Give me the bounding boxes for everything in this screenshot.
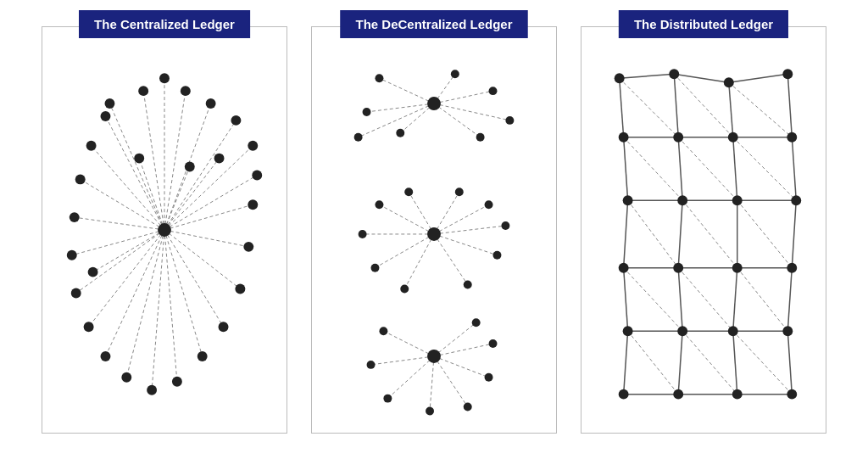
svg-point-96 [464, 280, 472, 288]
svg-point-100 [455, 188, 464, 196]
svg-line-76 [371, 355, 434, 364]
svg-point-172 [787, 132, 797, 142]
svg-point-39 [219, 322, 229, 332]
svg-point-48 [70, 212, 80, 222]
svg-line-144 [678, 331, 682, 394]
svg-point-186 [673, 389, 683, 399]
svg-line-157 [682, 200, 737, 267]
svg-point-183 [728, 326, 738, 336]
svg-line-136 [624, 267, 628, 330]
svg-point-170 [673, 132, 683, 142]
svg-line-19 [72, 230, 164, 255]
svg-point-46 [71, 288, 81, 298]
svg-line-78 [430, 355, 434, 411]
svg-line-0 [109, 104, 164, 230]
svg-point-33 [231, 115, 241, 125]
svg-line-116 [674, 74, 678, 137]
svg-point-55 [134, 153, 144, 163]
svg-point-109 [489, 339, 498, 348]
svg-point-85 [489, 87, 498, 95]
svg-line-21 [81, 179, 164, 230]
panel-distributed: The Distributed Ledger [581, 26, 826, 434]
panel-decentralized: The DeCentralized Ledger [311, 26, 557, 434]
svg-line-27 [139, 158, 164, 229]
svg-line-154 [678, 137, 737, 199]
panel-centralized: The Centralized Ledger [42, 26, 287, 434]
svg-line-153 [624, 137, 683, 199]
svg-line-9 [164, 230, 248, 247]
svg-point-52 [214, 153, 225, 163]
svg-point-40 [198, 351, 208, 361]
svg-point-185 [619, 389, 629, 399]
svg-line-143 [624, 331, 628, 394]
network-distributed [581, 27, 826, 433]
svg-point-188 [787, 389, 797, 399]
svg-line-130 [678, 200, 682, 267]
svg-point-37 [243, 241, 253, 251]
svg-point-42 [147, 384, 157, 395]
svg-point-90 [354, 132, 363, 141]
svg-point-50 [86, 140, 97, 150]
svg-point-98 [501, 221, 509, 230]
svg-point-43 [121, 372, 131, 382]
svg-line-3 [164, 91, 186, 230]
svg-line-13 [164, 230, 177, 382]
svg-line-118 [787, 74, 792, 137]
svg-point-53 [88, 266, 98, 277]
svg-line-6 [164, 145, 253, 229]
svg-point-34 [248, 140, 258, 150]
svg-point-87 [476, 132, 485, 141]
svg-point-178 [673, 262, 683, 272]
svg-line-139 [787, 267, 792, 330]
network-decentralized [312, 27, 556, 433]
svg-line-132 [792, 200, 796, 267]
svg-line-5 [164, 120, 236, 229]
svg-point-93 [359, 230, 367, 238]
svg-point-94 [371, 263, 380, 271]
svg-line-75 [383, 331, 434, 356]
main-container: The Centralized Ledger [16, 9, 852, 451]
svg-point-168 [782, 69, 793, 79]
svg-point-182 [677, 326, 687, 336]
svg-line-124 [733, 137, 737, 199]
svg-point-88 [396, 128, 404, 137]
svg-point-91 [427, 97, 441, 110]
svg-point-169 [619, 132, 629, 142]
svg-line-158 [737, 200, 793, 267]
svg-point-32 [206, 98, 216, 109]
svg-line-59 [434, 91, 493, 104]
svg-point-165 [615, 73, 625, 83]
svg-point-167 [724, 77, 734, 87]
svg-line-7 [164, 175, 257, 230]
svg-line-63 [367, 104, 434, 112]
svg-line-26 [164, 166, 190, 229]
svg-point-56 [158, 223, 171, 237]
svg-line-150 [620, 78, 679, 137]
svg-point-105 [383, 394, 392, 402]
svg-line-18 [76, 230, 164, 293]
svg-line-17 [89, 230, 164, 327]
svg-point-166 [669, 69, 679, 79]
svg-line-125 [792, 137, 796, 199]
svg-line-152 [729, 82, 792, 137]
svg-line-57 [379, 78, 434, 104]
svg-point-107 [464, 402, 472, 411]
svg-line-73 [434, 192, 459, 234]
svg-point-176 [791, 195, 801, 205]
svg-point-47 [67, 249, 77, 260]
svg-point-101 [404, 188, 413, 196]
svg-line-1 [143, 91, 164, 230]
svg-point-54 [185, 161, 195, 171]
svg-point-28 [104, 98, 114, 109]
svg-line-162 [628, 331, 679, 394]
svg-point-49 [75, 174, 86, 184]
svg-line-25 [93, 230, 164, 272]
svg-line-146 [787, 331, 792, 394]
svg-line-12 [164, 230, 203, 356]
svg-point-51 [101, 110, 111, 120]
svg-point-89 [363, 108, 371, 116]
svg-line-113 [674, 74, 729, 82]
title-distributed: The Distributed Ledger [619, 10, 788, 38]
svg-line-79 [434, 355, 468, 406]
svg-point-83 [375, 74, 383, 82]
